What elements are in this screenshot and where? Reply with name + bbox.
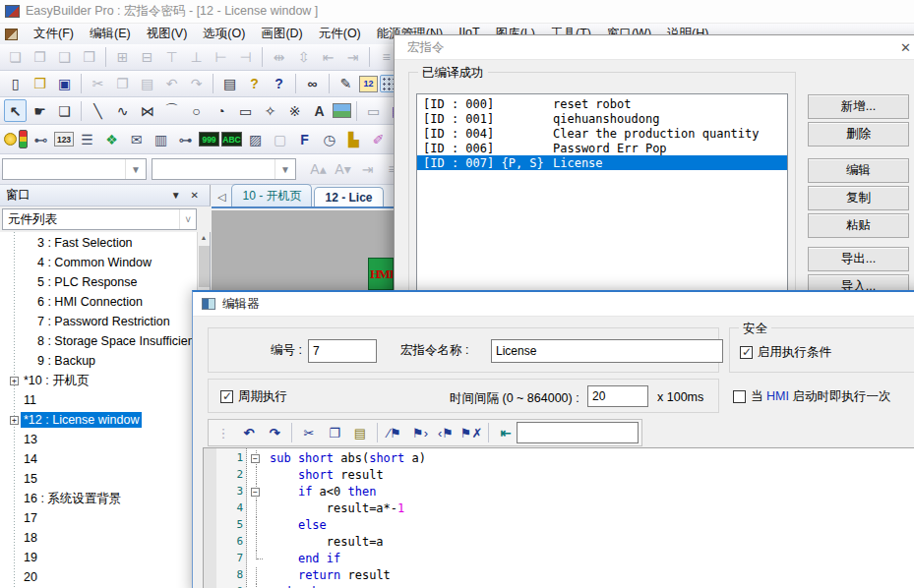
fold-marker[interactable]: − (249, 450, 265, 467)
pie-tool-icon[interactable]: ◔ (210, 99, 232, 122)
paste-button[interactable]: 粘贴 (808, 213, 909, 238)
tree-item[interactable]: 7 : Password Restriction (0, 312, 173, 331)
close-icon[interactable]: ✕ (900, 40, 911, 55)
copy-icon[interactable]: ❐ (111, 73, 134, 95)
bar-graph-icon[interactable]: ▙ (342, 128, 365, 150)
periodic-checkbox[interactable] (220, 390, 233, 403)
code-editor[interactable]: 1−sub short abs(short a)2 short result3−… (203, 447, 914, 588)
eraser-icon[interactable]: ✐ (367, 128, 390, 150)
bring-to-front-icon[interactable]: ❑ (53, 46, 76, 69)
tree-item[interactable]: 16 : 系统设置背景 (0, 489, 124, 508)
breakpoint-next-icon[interactable]: ⚑› (408, 422, 432, 443)
object-list-combo[interactable]: 元件列表 ˅ (2, 208, 197, 230)
context-help-icon[interactable]: ? (268, 73, 290, 95)
macro-copy-icon[interactable]: ❐ (323, 422, 346, 443)
tree-item[interactable]: 18 (0, 528, 40, 548)
menu-item[interactable]: 视图(V) (139, 24, 196, 44)
line-tool-icon[interactable]: ╲ (87, 99, 109, 122)
data-entry-icon[interactable]: ▥ (150, 128, 172, 150)
macro-list-row[interactable]: [ID : 001]qiehuanshoudong (417, 111, 787, 126)
bit-lamp-icon[interactable] (4, 133, 17, 146)
new-file-icon[interactable]: ▯ (4, 73, 27, 95)
macro-list-row[interactable]: [ID : 000]reset robot (417, 96, 787, 111)
menu-item[interactable]: 元件(O) (311, 24, 369, 44)
tree-item[interactable]: 20 (0, 567, 40, 587)
tree-item[interactable]: 5 : PLC Response (0, 272, 140, 292)
hatch-tool-icon[interactable]: ※ (283, 99, 306, 122)
macro-name-input[interactable] (491, 339, 723, 363)
macro-cut-icon[interactable]: ✂ (297, 422, 321, 443)
expand-icon[interactable]: + (10, 377, 19, 385)
rect-tool-icon[interactable]: ▭ (234, 99, 257, 122)
macro-undo-icon[interactable]: ↶ (237, 422, 261, 443)
find-icon[interactable]: ∞ (301, 73, 324, 95)
tree-item[interactable]: 11 (0, 390, 39, 410)
macro-id-input[interactable] (308, 339, 377, 363)
macro-dialog-titlebar[interactable]: 宏指令 (395, 35, 914, 60)
key-button-icon[interactable]: ⊶ (174, 128, 197, 150)
breakpoint-clear-icon[interactable]: ⚑✗ (459, 422, 483, 443)
canvas-tab[interactable]: 12 - Lice (314, 187, 383, 206)
delete-button[interactable]: 删除 (808, 122, 909, 147)
pen-edit-icon[interactable]: ✎ (335, 73, 357, 95)
make-same-width-icon[interactable]: ⊞ (111, 46, 134, 69)
save-file-icon[interactable]: ▣ (53, 73, 76, 95)
text-tool-icon[interactable]: A (308, 99, 331, 122)
numeric-display-icon[interactable]: 999 (199, 132, 219, 147)
distribute-vertical-icon[interactable]: ⇳ (292, 46, 315, 69)
paste-icon[interactable]: ▤ (136, 73, 158, 95)
editor-titlebar[interactable]: 编辑器 (193, 292, 914, 317)
align-left-icon[interactable]: ⊢ (210, 46, 232, 69)
tree-item[interactable]: +*10 : 开机页 (0, 371, 92, 390)
macro-paste-icon[interactable]: ▤ (348, 422, 372, 443)
shape-rect-icon[interactable]: ▭ (362, 99, 385, 122)
print-icon[interactable]: ▤ (218, 73, 241, 95)
matrix-display-icon[interactable]: ▨ (244, 128, 267, 150)
send-to-back-icon[interactable]: ❒ (78, 46, 100, 69)
enable-condition-checkbox[interactable] (740, 346, 753, 359)
help-icon[interactable]: ? (243, 73, 266, 95)
hand-tool-icon[interactable]: ☛ (29, 99, 51, 122)
arc-tool-icon[interactable]: ⌒ (160, 99, 183, 122)
menu-item[interactable]: 文件(F) (26, 24, 82, 44)
align-bottom-icon[interactable]: ⊥ (185, 46, 208, 69)
add-button[interactable]: 新增... (808, 94, 909, 119)
open-file-icon[interactable]: ❒ (29, 73, 51, 95)
interval-input[interactable] (587, 385, 648, 407)
font-name-combo[interactable]: ▼ (2, 158, 147, 180)
cut-icon[interactable]: ✂ (87, 73, 109, 95)
align-top-icon[interactable]: ⊤ (160, 46, 183, 69)
undo-icon[interactable]: ↶ (160, 73, 183, 95)
fold-minus-icon[interactable]: − (251, 488, 260, 497)
polygon-tool-icon[interactable]: ✧ (259, 99, 281, 122)
startup-checkbox[interactable] (733, 390, 746, 403)
macro-list-row[interactable]: [ID : 007] {P, S}License (417, 155, 787, 170)
make-same-height-icon[interactable]: ⊟ (136, 46, 158, 69)
window-panel-header[interactable]: 窗口 ▼ ✕ (0, 185, 211, 206)
toggle-switch-icon[interactable]: ❖ (100, 128, 123, 150)
ungroup-icon[interactable]: ❐ (29, 46, 51, 69)
outdent-icon[interactable]: ⇤ (494, 422, 518, 443)
toolbar-grip-icon[interactable]: ⋮ (212, 422, 235, 443)
scroll-up-icon[interactable]: ▲ (198, 234, 210, 241)
tree-item[interactable]: 14 (0, 449, 40, 469)
tree-item[interactable]: 3 : Fast Selection (0, 233, 136, 253)
set-bit-icon[interactable]: ⊷ (30, 128, 52, 150)
tree-item[interactable]: 19 (0, 548, 40, 567)
option-list-icon[interactable]: ☰ (76, 128, 98, 150)
tree-item[interactable]: 15 (0, 469, 40, 489)
font-size-combo[interactable]: ▼ (152, 158, 296, 180)
export-button[interactable]: 导出... (808, 247, 909, 271)
breakpoint-prev-icon[interactable]: ‹⚑ (434, 422, 457, 443)
center-vertical-icon[interactable]: ⇥ (341, 46, 364, 69)
redo-icon[interactable]: ↷ (185, 73, 208, 95)
tree-item[interactable]: 4 : Common Window (0, 253, 154, 272)
tree-item[interactable]: 9 : Backup (0, 351, 98, 371)
tree-item[interactable]: 13 (0, 430, 40, 449)
tree-item[interactable]: +*12 : License window (0, 410, 142, 430)
panel-close-icon[interactable]: ✕ (186, 190, 204, 201)
font-smaller-icon[interactable]: A▾ (332, 158, 354, 181)
select-tool-icon[interactable]: ↖ (4, 99, 27, 122)
selection-frame-icon[interactable]: ▢ (269, 128, 291, 150)
distribute-horizontal-icon[interactable]: ⇹ (268, 46, 290, 69)
